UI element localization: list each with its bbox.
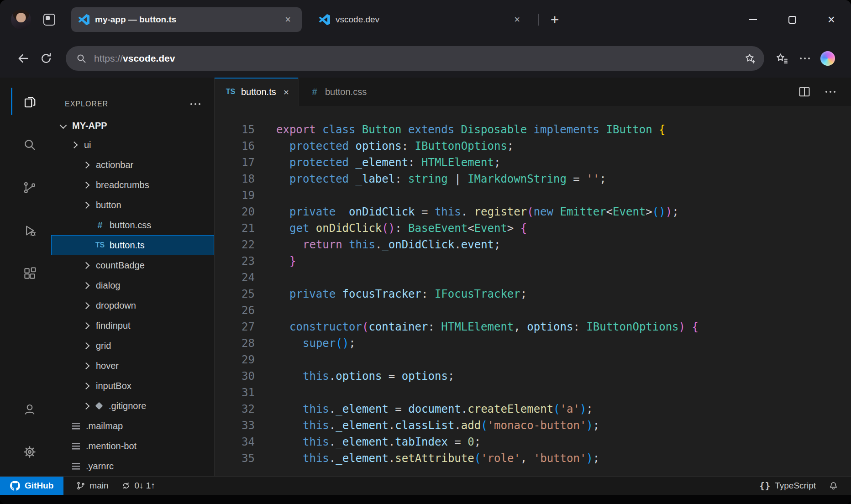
tree-item-gitignore[interactable]: .gitignore — [51, 396, 214, 416]
line-number: 25 — [215, 286, 255, 302]
code-editor[interactable]: 15export class Button extends Disposable… — [215, 106, 851, 476]
split-editor-icon[interactable] — [798, 85, 811, 98]
status-bar: GitHub main 0↓ 1↑ {} TypeScript — [0, 476, 851, 495]
notifications-bell-icon[interactable] — [829, 481, 838, 491]
code-line-23[interactable]: 23} — [215, 253, 851, 269]
activity-extensions-button[interactable] — [8, 252, 51, 295]
code-line-28[interactable]: 28super(); — [215, 335, 851, 352]
extensions-icon — [23, 267, 37, 280]
tree-item-mention-bot[interactable]: .mention-bot — [51, 436, 214, 456]
code-line-24[interactable]: 24 — [215, 269, 851, 286]
window-maximize-button[interactable] — [772, 0, 812, 39]
editor-tab-button-ts[interactable]: TS button.ts × — [215, 78, 299, 106]
code-lines: 15export class Button extends Disposable… — [215, 121, 851, 467]
tree-item-label: grid — [96, 341, 111, 351]
tree-item-button-css[interactable]: #button.css — [51, 215, 214, 235]
tab-close-icon[interactable]: × — [511, 14, 523, 26]
code-line-33[interactable]: 33this._element.classList.add('monaco-bu… — [215, 417, 851, 434]
line-number: 28 — [215, 335, 255, 352]
code-line-29[interactable]: 29 — [215, 352, 851, 368]
refresh-button[interactable] — [35, 47, 58, 70]
code-line-22[interactable]: 22return this._onDidClick.event; — [215, 236, 851, 253]
explorer-sidebar: EXPLORER MY-APP uiactionbarbreadcrumbsbu… — [51, 78, 215, 476]
browser-tab-inactive[interactable]: vscode.dev × — [312, 7, 531, 32]
url-scheme: https:// — [94, 53, 123, 63]
favorites-button[interactable] — [771, 47, 793, 70]
tab-switcher-button[interactable] — [37, 8, 61, 31]
copilot-icon — [820, 51, 835, 66]
address-bar[interactable]: https://vscode.dev — [66, 46, 764, 71]
tree-item-dropdown[interactable]: dropdown — [51, 295, 214, 315]
tree-item-actionbar[interactable]: actionbar — [51, 155, 214, 175]
code-text: private focusTracker: IFocusTracker; — [255, 286, 527, 302]
active-view-indicator — [11, 88, 12, 115]
tree-item-ui[interactable]: ui — [51, 135, 214, 155]
tree-item-hover[interactable]: hover — [51, 356, 214, 376]
more-options-icon — [804, 58, 806, 59]
tab-close-icon[interactable]: × — [282, 14, 294, 26]
code-line-16[interactable]: 16protected options: IButtonOptions; — [215, 138, 851, 154]
activity-search-button[interactable] — [8, 123, 51, 166]
tree-root-my-app[interactable]: MY-APP — [51, 117, 214, 135]
code-line-20[interactable]: 20private _onDidClick = this._register(n… — [215, 204, 851, 220]
explorer-more-actions-button[interactable] — [188, 97, 203, 111]
activity-account-button[interactable] — [8, 388, 51, 430]
css-file-icon: # — [308, 87, 321, 97]
language-mode-item[interactable]: {} TypeScript — [759, 481, 816, 491]
tree-item-mailmap[interactable]: .mailmap — [51, 416, 214, 436]
code-line-31[interactable]: 31 — [215, 384, 851, 401]
code-line-26[interactable]: 26 — [215, 302, 851, 319]
tree-item-grid[interactable]: grid — [51, 336, 214, 356]
browser-tab-active[interactable]: my-app — button.ts × — [71, 7, 302, 32]
browser-titlebar: my-app — button.ts × vscode.dev × + × — [0, 0, 851, 39]
git-branch-icon — [76, 481, 85, 490]
editor-group: TS button.ts × # button.css 15export cla… — [215, 78, 851, 476]
tree-item-label: hover — [96, 361, 119, 371]
code-line-32[interactable]: 32this._element = document.createElement… — [215, 401, 851, 417]
new-tab-button[interactable]: + — [543, 8, 567, 31]
add-favorite-icon[interactable] — [744, 52, 756, 64]
maximize-icon — [788, 16, 796, 24]
code-line-25[interactable]: 25private focusTracker: IFocusTracker; — [215, 286, 851, 302]
code-line-21[interactable]: 21get onDidClick(): BaseEvent<Event> { — [215, 220, 851, 236]
file-icon — [69, 421, 83, 431]
tree-item-inputbox[interactable]: inputBox — [51, 376, 214, 396]
favorites-star-icon — [776, 52, 788, 65]
tree-item-dialog[interactable]: dialog — [51, 275, 214, 295]
remote-indicator[interactable]: GitHub — [0, 477, 63, 495]
activity-run-debug-button[interactable] — [8, 209, 51, 252]
tree-item-breadcrumbs[interactable]: breadcrumbs — [51, 175, 214, 195]
tab-close-icon[interactable]: × — [284, 87, 289, 97]
chevron-right-icon — [81, 263, 92, 268]
copilot-button[interactable] — [816, 47, 839, 70]
code-line-30[interactable]: 30this.options = options; — [215, 368, 851, 384]
activity-settings-button[interactable] — [8, 430, 51, 473]
activity-explorer-button[interactable] — [8, 80, 51, 123]
editor-more-actions-button[interactable] — [823, 85, 838, 99]
tree-item-button[interactable]: button — [51, 195, 214, 215]
code-line-34[interactable]: 34this._element.tabIndex = 0; — [215, 434, 851, 450]
tree-item-countbadge[interactable]: countBadge — [51, 255, 214, 275]
profile-avatar[interactable] — [11, 10, 31, 30]
code-line-27[interactable]: 27constructor(container: HTMLElement, op… — [215, 319, 851, 335]
files-icon — [23, 95, 37, 109]
branch-status-item[interactable]: main — [76, 481, 108, 491]
code-line-35[interactable]: 35this._element.setAttribute('role', 'bu… — [215, 450, 851, 467]
sync-status-item[interactable]: 0↓ 1↑ — [121, 481, 155, 491]
tree-item-findinput[interactable]: findinput — [51, 315, 214, 336]
code-line-18[interactable]: 18protected _label: string | IMarkdownSt… — [215, 171, 851, 187]
settings-menu-button[interactable] — [793, 47, 816, 70]
back-button[interactable] — [12, 47, 35, 70]
chevron-right-icon — [81, 163, 92, 168]
window-minimize-button[interactable] — [733, 0, 772, 39]
editor-tab-button-css[interactable]: # button.css — [299, 78, 376, 106]
activity-source-control-button[interactable] — [8, 166, 51, 209]
code-line-17[interactable]: 17protected _element: HTMLElement; — [215, 154, 851, 171]
code-line-15[interactable]: 15export class Button extends Disposable… — [215, 121, 851, 138]
explorer-tree: uiactionbarbreadcrumbsbutton#button.cssT… — [51, 135, 214, 476]
tree-item-yarnrc[interactable]: .yarnrc — [51, 456, 214, 476]
tree-item-button-ts[interactable]: TSbutton.ts — [51, 235, 214, 255]
window-close-button[interactable]: × — [812, 0, 851, 39]
line-number: 33 — [215, 417, 255, 434]
code-line-19[interactable]: 19 — [215, 187, 851, 204]
